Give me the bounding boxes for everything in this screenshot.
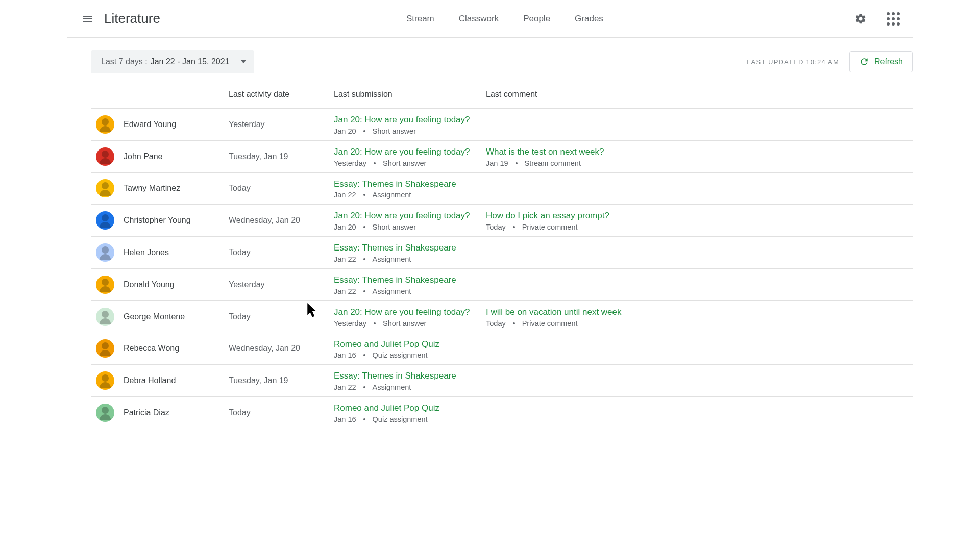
student-cell: Tawny Martinez <box>91 179 229 197</box>
submission-link[interactable]: Romeo and Juliet Pop Quiz <box>334 402 486 414</box>
tab-grades[interactable]: Grades <box>575 12 603 26</box>
student-name[interactable]: Christopher Young <box>124 216 191 225</box>
student-cell: Donald Young <box>91 276 229 294</box>
avatar <box>96 147 114 166</box>
activity-date: Wednesday, Jan 20 <box>229 216 334 225</box>
submission-type: Short answer <box>383 319 426 328</box>
submission-link[interactable]: Jan 20: How are you feeling today? <box>334 210 486 222</box>
submission-date: Jan 22 <box>334 255 356 263</box>
submission-type: Assignment <box>373 191 411 199</box>
table-header: Last activity date Last submission Last … <box>91 90 913 108</box>
apps-grid-icon <box>887 12 900 26</box>
col-last-comment: Last comment <box>486 90 913 99</box>
activity-date: Today <box>229 312 334 321</box>
table-row[interactable]: Christopher YoungWednesday, Jan 20Jan 20… <box>91 204 913 236</box>
comment-cell <box>486 252 913 254</box>
filter-value: Jan 22 - Jan 15, 2021 <box>151 57 230 66</box>
table-row[interactable]: Edward YoungYesterdayJan 20: How are you… <box>91 108 913 140</box>
submission-cell: Jan 20: How are you feeling today?Yester… <box>334 145 486 168</box>
tab-classwork[interactable]: Classwork <box>459 12 499 26</box>
comment-date: Today <box>486 223 506 231</box>
student-name[interactable]: Edward Young <box>124 120 176 129</box>
main-menu-button[interactable] <box>76 7 100 31</box>
toolbar: Last 7 days : Jan 22 - Jan 15, 2021 LAST… <box>91 50 913 73</box>
submission-link[interactable]: Essay: Themes in Shakespeare <box>334 274 486 286</box>
submission-date: Yesterday <box>334 319 366 328</box>
avatar <box>96 276 114 294</box>
separator-dot-icon <box>374 322 376 324</box>
student-name[interactable]: Patricia Diaz <box>124 408 169 417</box>
submission-date: Jan 22 <box>334 191 356 199</box>
student-name[interactable]: Donald Young <box>124 280 175 289</box>
submission-type: Assignment <box>373 287 411 295</box>
comment-cell <box>486 187 913 189</box>
refresh-button[interactable]: Refresh <box>849 51 913 72</box>
submission-cell: Jan 20: How are you feeling today?Jan 20… <box>334 209 486 232</box>
submission-meta: Jan 16Quiz assignment <box>334 351 486 359</box>
class-title[interactable]: Literature <box>104 11 160 27</box>
submission-date: Jan 16 <box>334 351 356 359</box>
comment-cell: What is the test on next week?Jan 19Stre… <box>486 145 913 168</box>
submission-link[interactable]: Jan 20: How are you feeling today? <box>334 146 486 158</box>
submission-link[interactable]: Essay: Themes in Shakespeare <box>334 370 486 382</box>
separator-dot-icon <box>516 162 518 164</box>
submission-type: Short answer <box>383 159 426 167</box>
separator-dot-icon <box>363 290 365 292</box>
table-row[interactable]: Helen JonesTodayEssay: Themes in Shakesp… <box>91 236 913 268</box>
submission-link[interactable]: Essay: Themes in Shakespeare <box>334 178 486 190</box>
student-name[interactable]: Helen Jones <box>124 248 169 257</box>
gear-icon <box>854 13 867 25</box>
submission-link[interactable]: Romeo and Juliet Pop Quiz <box>334 338 486 350</box>
submission-link[interactable]: Jan 20: How are you feeling today? <box>334 114 486 126</box>
separator-dot-icon <box>363 418 365 420</box>
student-name[interactable]: George Montene <box>124 312 185 321</box>
comment-type: Private comment <box>522 223 578 231</box>
col-last-submission: Last submission <box>334 90 486 99</box>
table-row[interactable]: George MonteneTodayJan 20: How are you f… <box>91 300 913 333</box>
comment-date: Today <box>486 319 506 328</box>
header-actions <box>849 8 904 30</box>
submission-cell: Romeo and Juliet Pop QuizJan 16Quiz assi… <box>334 337 486 361</box>
last-updated-text: LAST UPDATED 10:24 AM <box>747 58 839 66</box>
comment-link[interactable]: I will be on vacation until next week <box>486 306 913 318</box>
submission-link[interactable]: Jan 20: How are you feeling today? <box>334 306 486 318</box>
settings-button[interactable] <box>849 8 872 30</box>
comment-cell: I will be on vacation until next weekTod… <box>486 305 913 329</box>
activity-date: Today <box>229 408 334 417</box>
chevron-down-icon <box>241 60 246 63</box>
submission-meta: Jan 20Short answer <box>334 223 486 231</box>
student-name[interactable]: Rebecca Wong <box>124 344 179 353</box>
submission-meta: Jan 22Assignment <box>334 287 486 295</box>
table-row[interactable]: Rebecca WongWednesday, Jan 20Romeo and J… <box>91 333 913 365</box>
table-row[interactable]: Donald YoungYesterdayEssay: Themes in Sh… <box>91 268 913 300</box>
table-row[interactable]: Tawny MartinezTodayEssay: Themes in Shak… <box>91 172 913 205</box>
student-name[interactable]: Debra Holland <box>124 376 176 385</box>
app-header: Literature Stream Classwork People Grade… <box>67 0 913 38</box>
comment-type: Stream comment <box>525 159 581 167</box>
submission-date: Jan 20 <box>334 127 356 135</box>
date-range-filter[interactable]: Last 7 days : Jan 22 - Jan 15, 2021 <box>91 50 254 73</box>
submission-date: Jan 22 <box>334 287 356 295</box>
comment-link[interactable]: How do I pick an essay prompt? <box>486 210 913 222</box>
separator-dot-icon <box>363 194 365 196</box>
submission-date: Yesterday <box>334 159 366 167</box>
apps-button[interactable] <box>882 8 904 30</box>
submission-meta: Jan 20Short answer <box>334 127 486 135</box>
table-row[interactable]: Patricia DiazTodayRomeo and Juliet Pop Q… <box>91 396 913 429</box>
activity-date: Yesterday <box>229 120 334 129</box>
separator-dot-icon <box>363 226 365 228</box>
submission-meta: Jan 22Assignment <box>334 383 486 391</box>
tab-people[interactable]: People <box>523 12 550 26</box>
submission-link[interactable]: Essay: Themes in Shakespeare <box>334 242 486 254</box>
table-row[interactable]: Debra HollandTuesday, Jan 19Essay: Theme… <box>91 364 913 396</box>
main-content: Last 7 days : Jan 22 - Jan 15, 2021 LAST… <box>0 38 980 429</box>
table-row[interactable]: John PaneTuesday, Jan 19Jan 20: How are … <box>91 140 913 172</box>
comment-link[interactable]: What is the test on next week? <box>486 146 913 158</box>
student-cell: John Pane <box>91 147 229 166</box>
comment-meta: TodayPrivate comment <box>486 223 913 231</box>
tab-stream[interactable]: Stream <box>406 12 434 26</box>
student-name[interactable]: Tawny Martinez <box>124 184 180 193</box>
separator-dot-icon <box>363 258 365 260</box>
student-name[interactable]: John Pane <box>124 152 163 161</box>
submission-date: Jan 22 <box>334 383 356 391</box>
